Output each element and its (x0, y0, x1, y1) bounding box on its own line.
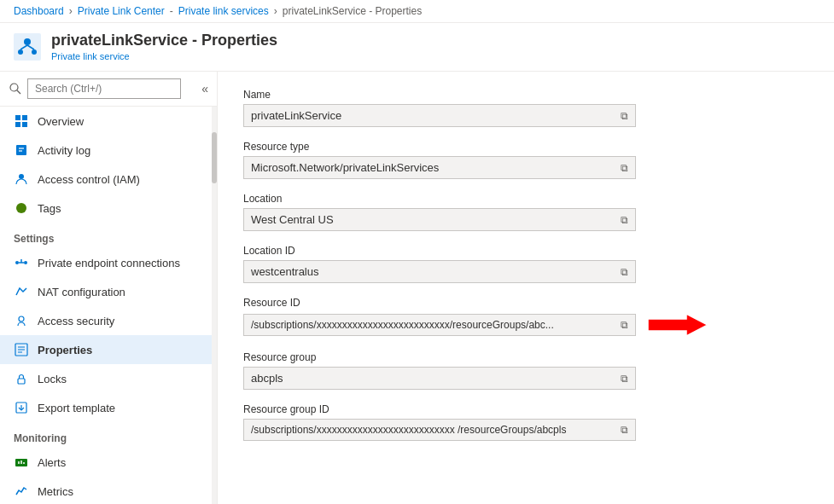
svg-rect-8 (15, 115, 20, 120)
main-layout: « Overview (0, 72, 834, 504)
metrics-icon (14, 484, 29, 499)
page-header: privateLinkService - Properties Private … (0, 23, 834, 72)
copy-resource-group-id-button[interactable]: ⧉ (621, 424, 628, 436)
field-resource-group-row: abcpls ⧉ (243, 367, 808, 390)
content-area: Name privateLinkService ⧉ Resource type … (218, 72, 834, 504)
field-resource-group-id-label: Resource group ID (243, 403, 808, 415)
copy-name-button[interactable]: ⧉ (621, 110, 628, 122)
svg-point-21 (19, 316, 24, 322)
svg-rect-26 (18, 379, 25, 384)
sidebar-item-nat-label: NAT configuration (38, 286, 125, 298)
settings-section-label: Settings (0, 223, 217, 248)
svg-point-17 (15, 261, 19, 264)
field-resource-type-label: Resource type (243, 141, 808, 153)
search-input[interactable] (27, 78, 181, 99)
breadcrumb-dashboard[interactable]: Dashboard (14, 5, 64, 17)
field-name-input: privateLinkService ⧉ (243, 104, 636, 127)
page-subtitle: Private link service (51, 51, 130, 61)
page-title: privateLinkService - Properties (51, 32, 277, 49)
field-resource-group-id: Resource group ID /subscriptions/xxxxxxx… (243, 403, 808, 441)
svg-rect-10 (15, 122, 20, 127)
collapse-button[interactable]: « (201, 82, 208, 96)
field-name-row: privateLinkService ⧉ (243, 104, 808, 127)
field-location: Location West Central US ⧉ (243, 193, 808, 231)
svg-rect-0 (14, 33, 41, 61)
overview-icon (14, 113, 29, 129)
svg-point-6 (10, 84, 18, 91)
field-name-label: Name (243, 89, 808, 101)
sidebar-item-properties-label: Properties (38, 344, 92, 356)
sidebar-item-activity-log[interactable]: Activity log (0, 136, 217, 165)
sidebar-item-overview-label: Overview (38, 115, 84, 128)
copy-location-button[interactable]: ⧉ (621, 214, 628, 226)
sidebar-item-access-control[interactable]: Access control (IAM) (0, 165, 217, 194)
field-resource-group-input: abcpls ⧉ (243, 367, 636, 390)
sidebar-item-locks[interactable]: Locks (0, 364, 217, 393)
svg-point-16 (16, 203, 26, 213)
sidebar-item-nat[interactable]: NAT configuration (0, 277, 217, 306)
field-location-id-label: Location ID (243, 245, 808, 257)
breadcrumb-sep-1: › (69, 5, 73, 17)
sidebar-item-metrics-label: Metrics (38, 485, 73, 498)
scrollbar-thumb[interactable] (212, 132, 217, 183)
sidebar-item-private-endpoint-label: Private endpoint connections (38, 257, 180, 269)
copy-resource-type-button[interactable]: ⧉ (621, 162, 628, 174)
breadcrumb-current: privateLinkService - Properties (283, 5, 422, 17)
sidebar: « Overview (0, 72, 218, 504)
alerts-icon (14, 455, 29, 470)
field-resource-id-row: /subscriptions/xxxxxxxxxxxxxxxxxxxxxxxxx… (243, 312, 808, 338)
activity-icon (14, 142, 29, 158)
svg-point-2 (18, 49, 23, 55)
breadcrumb-pls[interactable]: Private link services (178, 5, 269, 17)
sidebar-item-metrics[interactable]: Metrics (0, 477, 217, 504)
sidebar-scroll: Overview Activity log (0, 107, 217, 504)
breadcrumb-plc[interactable]: Private Link Center (78, 5, 165, 17)
iam-icon (14, 171, 29, 187)
field-resource-id-input: /subscriptions/xxxxxxxxxxxxxxxxxxxxxxxxx… (243, 314, 636, 336)
sidebar-item-alerts[interactable]: Alerts (0, 448, 217, 477)
svg-rect-9 (22, 115, 27, 120)
sidebar-item-tags[interactable]: Tags (0, 194, 217, 223)
sidebar-item-access-control-label: Access control (IAM) (38, 173, 140, 186)
copy-resource-id-button[interactable]: ⧉ (621, 319, 628, 331)
field-resource-type-input: Microsoft.Network/privateLinkServices ⧉ (243, 156, 636, 179)
sidebar-item-access-security[interactable]: Access security (0, 306, 217, 335)
field-resource-group-id-input: /subscriptions/xxxxxxxxxxxxxxxxxxxxxxxxx… (243, 419, 636, 441)
field-name: Name privateLinkService ⧉ (243, 89, 808, 127)
svg-point-1 (24, 38, 31, 45)
sidebar-item-export[interactable]: Export template (0, 393, 217, 422)
svg-rect-11 (22, 122, 27, 127)
field-location-id: Location ID westcentralus ⧉ (243, 245, 808, 283)
svg-line-7 (17, 90, 20, 94)
field-resource-group-id-row: /subscriptions/xxxxxxxxxxxxxxxxxxxxxxxxx… (243, 419, 808, 441)
field-resource-type-row: Microsoft.Network/privateLinkServices ⧉ (243, 156, 808, 179)
sidebar-item-alerts-label: Alerts (38, 456, 66, 469)
search-box: « (0, 72, 217, 107)
properties-icon (14, 342, 29, 357)
svg-rect-12 (16, 145, 26, 155)
copy-resource-group-button[interactable]: ⧉ (621, 373, 628, 385)
scrollbar[interactable] (212, 107, 217, 504)
security-icon (14, 313, 29, 328)
sidebar-item-activity-log-label: Activity log (38, 144, 90, 157)
copy-location-id-button[interactable]: ⧉ (621, 266, 628, 278)
field-resource-type: Resource type Microsoft.Network/privateL… (243, 141, 808, 179)
sidebar-item-properties[interactable]: Properties (0, 335, 217, 364)
search-icon (9, 82, 22, 96)
sidebar-item-export-label: Export template (38, 402, 115, 414)
breadcrumb-sep-3: › (274, 5, 277, 17)
field-resource-group-label: Resource group (243, 351, 808, 363)
page-header-text: privateLinkService - Properties Private … (51, 32, 277, 62)
locks-icon (14, 371, 29, 386)
field-location-input: West Central US ⧉ (243, 208, 636, 231)
tags-icon (14, 200, 29, 216)
field-location-id-input: westcentralus ⧉ (243, 260, 636, 283)
connections-icon (14, 255, 29, 270)
svg-point-3 (32, 49, 37, 55)
svg-marker-33 (648, 314, 708, 336)
sidebar-item-access-security-label: Access security (38, 315, 114, 327)
sidebar-item-private-endpoint[interactable]: Private endpoint connections (0, 248, 217, 277)
field-resource-id-label: Resource ID (243, 297, 808, 309)
sidebar-item-overview[interactable]: Overview (0, 107, 217, 136)
red-arrow-icon (648, 312, 708, 338)
